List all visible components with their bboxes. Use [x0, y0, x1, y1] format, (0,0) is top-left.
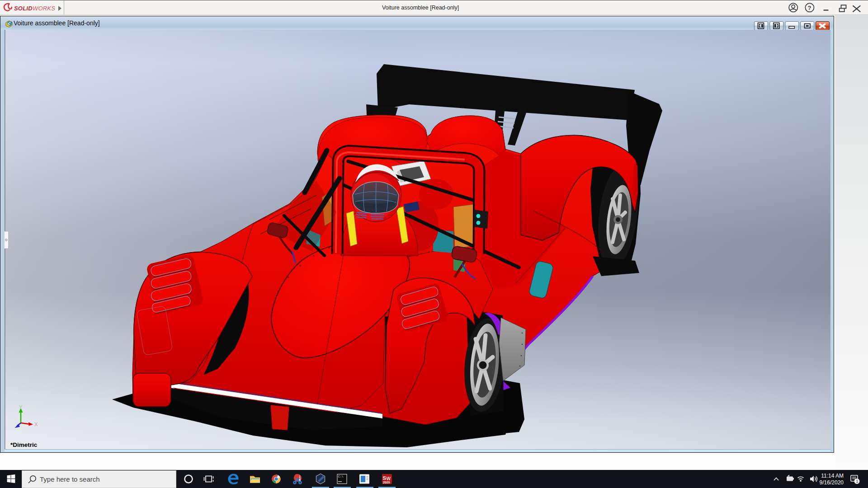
svg-text:?: ? [808, 5, 811, 11]
svg-text:*Dimetric: *Dimetric [10, 441, 38, 448]
svg-text:X: X [34, 422, 38, 427]
svg-text:1: 1 [856, 479, 859, 483]
svg-text:Y: Y [19, 404, 23, 410]
svg-text:2020: 2020 [383, 481, 390, 484]
svg-text:S: S [383, 475, 387, 481]
svg-text:C:\: C:\ [338, 475, 344, 479]
